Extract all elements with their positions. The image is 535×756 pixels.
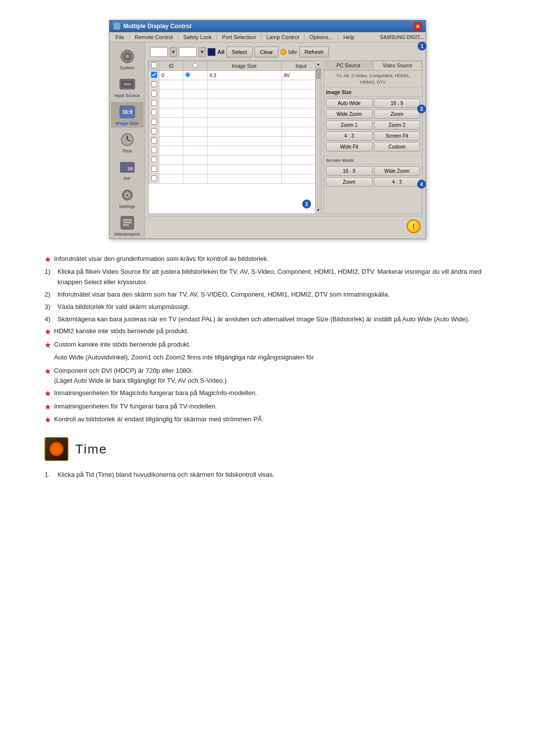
refresh-button[interactable]: Refresh xyxy=(299,47,329,57)
note-text-4: Skärmlägena kan bara justeras när en TV … xyxy=(57,314,490,325)
toolbar-input-1[interactable]: 0 xyxy=(150,47,168,57)
row-checkbox[interactable] xyxy=(149,127,160,137)
menu-port-selection[interactable]: Port Selection xyxy=(218,33,260,41)
settings-icon xyxy=(118,187,136,203)
row-checkbox[interactable] xyxy=(149,90,160,99)
btn-auto-wide[interactable]: Auto Wide xyxy=(326,99,373,108)
btn-16-9[interactable]: 16 : 9 xyxy=(374,99,421,108)
system-icon xyxy=(118,49,136,64)
col-header-radio xyxy=(183,61,207,71)
btn-zoom2[interactable]: Zoom 2 xyxy=(374,120,421,130)
btn-4-3[interactable]: 4 : 3 xyxy=(326,131,373,141)
window-close-button[interactable]: ✕ xyxy=(414,22,422,30)
status-dot xyxy=(280,49,286,55)
select-all-checkbox[interactable] xyxy=(151,62,157,68)
menu-options[interactable]: Options... xyxy=(306,33,337,41)
row-checkbox[interactable] xyxy=(149,155,160,165)
row-checkbox-0[interactable] xyxy=(149,71,160,80)
sidebar-item-time[interactable]: Time xyxy=(111,130,144,155)
svg-rect-19 xyxy=(123,224,129,226)
row-checkbox[interactable] xyxy=(149,108,160,118)
row-checkbox[interactable] xyxy=(149,165,160,174)
extra-note-4: ★ Inmatningsenheten för MagicInfo funger… xyxy=(45,388,490,399)
note-number-2: 2) xyxy=(45,290,54,300)
select-button[interactable]: Select xyxy=(226,47,253,57)
menu-file[interactable]: File xyxy=(111,33,128,41)
svg-point-2 xyxy=(125,54,129,58)
btn-custom[interactable]: Custom xyxy=(374,142,421,151)
time-note-1: 1. Klicka på Tid (Time) bland huvudikone… xyxy=(45,469,490,480)
extra-note-text-6: Kontroll av bildstorlek är endast tillgä… xyxy=(54,414,490,425)
titlebar-left: Multiple Display Control xyxy=(113,23,191,30)
extra-star-1: ★ xyxy=(45,326,51,337)
menu-safety-lock[interactable]: Safety Lock xyxy=(179,33,215,41)
note-number-4: 4) xyxy=(45,314,54,325)
row-checkbox[interactable] xyxy=(149,174,160,184)
toolbar-arrow-1[interactable]: ▼ xyxy=(170,47,177,57)
sidebar-item-maintenance[interactable]: Maintenance xyxy=(111,213,144,239)
sidebar: System Input Source 16:9 Image Size xyxy=(109,43,145,239)
scroll-thumb[interactable] xyxy=(316,69,321,79)
note-number-1: 1) xyxy=(45,267,54,277)
table-row xyxy=(149,155,321,165)
extra-note-text-4: Inmatningsenheten för MagicInfo fungerar… xyxy=(54,388,490,399)
sidebar-item-pip[interactable]: PIP xyxy=(111,157,144,183)
menu-separator-2 xyxy=(178,34,178,41)
svg-point-15 xyxy=(126,194,128,197)
header-radio[interactable] xyxy=(193,63,198,68)
toolbar: 0 ▼ 0 ▼ All Select Clear Idle Refresh 1 xyxy=(148,46,423,58)
time-note-number-1: 1. xyxy=(45,469,54,480)
row-checkbox[interactable] xyxy=(149,99,160,108)
btn-zoom1[interactable]: Zoom 1 xyxy=(326,120,373,130)
menu-lamp-control[interactable]: Lamp Control xyxy=(263,33,303,41)
row-checkbox[interactable] xyxy=(149,137,160,146)
btn-sm-zoom[interactable]: Zoom xyxy=(326,177,373,187)
scrollbar[interactable]: ▲ ▼ xyxy=(315,61,321,213)
svg-rect-18 xyxy=(123,222,132,223)
sidebar-item-image-size[interactable]: 16:9 Image Size xyxy=(111,102,144,128)
note-text-3: Växla bildstorlek för vald skärm slumpmä… xyxy=(57,302,490,312)
table-panel: ID Image Size Input xyxy=(148,60,423,214)
sidebar-label-image-size: Image Size xyxy=(115,121,139,126)
sidebar-item-input-source[interactable]: Input Source xyxy=(111,74,144,100)
svg-rect-5 xyxy=(123,83,131,86)
screen-mode-title: Screen Mode xyxy=(326,158,420,164)
window-title: Multiple Display Control xyxy=(123,23,191,30)
tab-pc-source[interactable]: PC Source xyxy=(324,61,373,70)
toolbar-arrow-2[interactable]: ▼ xyxy=(199,47,206,57)
row-checkbox[interactable] xyxy=(149,146,160,155)
extra-note-1: ★ HDMI2 kanske inte stöds beroende på pr… xyxy=(45,326,490,337)
table-row: 0 4:3 AV xyxy=(149,71,321,80)
badge-4: 4 xyxy=(417,180,426,189)
window-titlebar: Multiple Display Control ✕ xyxy=(109,20,426,32)
btn-zoom[interactable]: Zoom xyxy=(374,109,421,119)
btn-sm-16-9[interactable]: 16 : 9 xyxy=(326,166,373,176)
sidebar-label-system: System xyxy=(119,65,134,70)
btn-sm-wide-zoom[interactable]: Wide Zoom xyxy=(374,166,421,176)
scroll-down[interactable]: ▼ xyxy=(316,206,321,213)
row-checkbox[interactable] xyxy=(149,118,160,127)
screen-mode-section: Screen Mode 16 : 9 Wide Zoom Zoom 4 : 3 xyxy=(324,155,422,191)
menu-remote-control[interactable]: Remote Control xyxy=(131,33,177,41)
clear-button[interactable]: Clear xyxy=(255,47,278,57)
row-radio-0[interactable] xyxy=(183,71,207,80)
btn-wide-fit[interactable]: Wide Fit xyxy=(326,142,373,151)
time-section-title: Time xyxy=(75,442,107,457)
btn-sm-4-3[interactable]: 4 : 3 xyxy=(374,177,421,187)
time-note-text-1: Klicka på Tid (Time) bland huvudikonerna… xyxy=(57,469,490,480)
toolbar-input-2[interactable]: 0 xyxy=(179,47,197,57)
scroll-up[interactable]: ▲ xyxy=(316,61,321,68)
btn-wide-zoom[interactable]: Wide Zoom xyxy=(326,109,373,119)
note-item-1: 1) Klicka på fliken Video Source för att… xyxy=(45,267,490,288)
btn-screen-fit[interactable]: Screen Fit xyxy=(374,131,421,141)
sidebar-label-pip: PIP xyxy=(123,176,131,181)
time-section-icon xyxy=(45,437,68,461)
row-checkbox[interactable] xyxy=(149,80,160,90)
badge-3: 3 xyxy=(417,104,426,113)
time-icon xyxy=(118,132,136,148)
tab-video-source[interactable]: Video Source xyxy=(373,61,422,70)
sidebar-item-system[interactable]: System xyxy=(111,47,144,72)
extra-star-2: ★ xyxy=(45,340,51,351)
menu-help[interactable]: Help xyxy=(339,33,359,41)
sidebar-item-settings[interactable]: Settings xyxy=(111,185,144,211)
